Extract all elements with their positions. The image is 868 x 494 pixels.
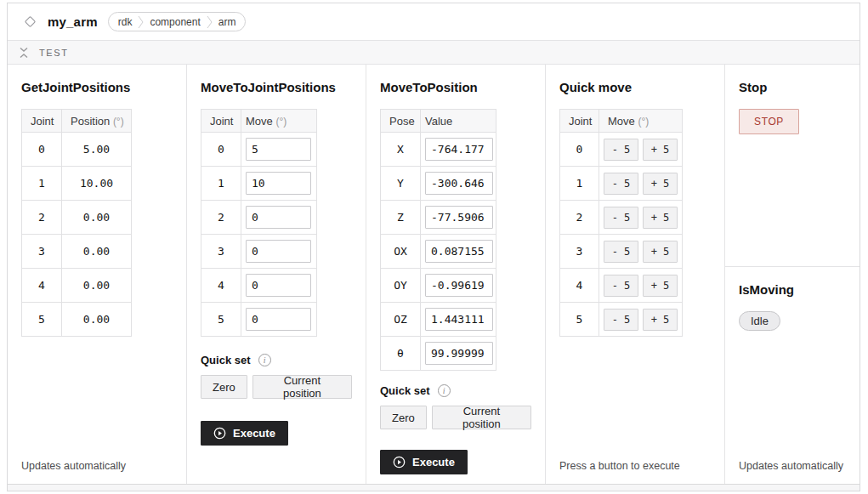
table-row: 3 — [201, 235, 317, 269]
table-row: 3- 5+ 5 — [560, 235, 683, 269]
info-icon[interactable]: i — [258, 354, 271, 366]
table-row: 20.00 — [22, 201, 132, 235]
joint-position-value: 0.00 — [62, 201, 132, 235]
chevron-right-icon — [138, 14, 144, 30]
joint-0-minus-5-button[interactable]: - 5 — [604, 139, 638, 161]
joint-index: 0 — [560, 133, 599, 167]
table-row: 40.00 — [22, 269, 132, 303]
joint-3-move-input[interactable] — [246, 240, 311, 263]
chevron-right-icon — [207, 14, 213, 30]
joint-index: 3 — [560, 235, 599, 269]
joint-index: 4 — [560, 269, 599, 303]
column-header-pose: Pose — [381, 110, 421, 133]
joint-5-move-input[interactable] — [246, 308, 311, 331]
joint-4-plus-5-button[interactable]: + 5 — [643, 275, 678, 297]
table-row: 0 — [201, 133, 317, 167]
joint-position-value: 10.00 — [62, 167, 132, 201]
pose-y-input[interactable] — [425, 172, 493, 195]
joint-1-move-input[interactable] — [246, 172, 311, 195]
joint-4-move-input[interactable] — [246, 274, 311, 297]
section-title: Stop — [739, 80, 846, 94]
info-icon[interactable]: i — [438, 384, 451, 397]
joint-index: 5 — [560, 303, 599, 337]
execute-button[interactable]: Execute — [380, 450, 468, 474]
move-to-joint-positions-section: MoveToJointPositions Joint Move (°) 0 1 … — [187, 65, 366, 484]
column-header-joint: Joint — [201, 110, 241, 133]
table-row: 4- 5+ 5 — [560, 269, 683, 303]
joint-position-value: 5.00 — [62, 133, 132, 167]
header-unit: (°) — [275, 116, 286, 128]
joint-1-plus-5-button[interactable]: + 5 — [643, 173, 678, 195]
joint-position-value: 0.00 — [62, 303, 132, 337]
joint-3-minus-5-button[interactable]: - 5 — [604, 241, 638, 263]
column-header-move: Move (°) — [241, 110, 317, 133]
pose-label: Z — [381, 201, 421, 235]
table-row: 2- 5+ 5 — [560, 201, 683, 235]
table-row: OX — [381, 235, 496, 269]
header-text: Move — [246, 115, 273, 128]
pose-label: OX — [381, 235, 421, 269]
joint-2-move-input[interactable] — [246, 206, 311, 229]
stop-button[interactable]: STOP — [739, 109, 799, 134]
current-position-button[interactable]: Current position — [252, 375, 352, 399]
status-badge: Idle — [739, 311, 780, 331]
pose-z-input[interactable] — [425, 206, 493, 229]
joint-index: 3 — [201, 235, 241, 269]
joint-index: 5 — [22, 303, 62, 337]
joint-index: 4 — [201, 269, 241, 303]
joint-5-minus-5-button[interactable]: - 5 — [604, 309, 638, 331]
pose-label: OY — [381, 269, 421, 303]
breadcrumb-component: component — [150, 16, 200, 28]
joint-1-minus-5-button[interactable]: - 5 — [604, 173, 638, 195]
pose-x-input[interactable] — [425, 138, 493, 161]
pose-theta-input[interactable] — [425, 342, 493, 365]
joint-position-value: 0.00 — [62, 235, 132, 269]
pose-table: Pose Value X Y Z OX OY OZ θ — [380, 109, 496, 371]
table-row: Y — [381, 167, 496, 201]
joint-2-plus-5-button[interactable]: + 5 — [643, 207, 678, 229]
current-position-button[interactable]: Current position — [432, 406, 531, 429]
breadcrumb: rdk component arm — [108, 12, 247, 31]
table-row: 5- 5+ 5 — [560, 303, 683, 337]
joint-0-move-input[interactable] — [246, 138, 311, 161]
table-row: 05.00 — [22, 133, 132, 167]
pose-oy-input[interactable] — [425, 274, 493, 297]
component-diamond-icon — [23, 14, 37, 29]
pose-ox-input[interactable] — [425, 240, 493, 263]
pose-label: θ — [381, 337, 421, 371]
column-header-joint: Joint — [22, 110, 62, 133]
collapse-icon[interactable] — [19, 46, 30, 59]
section-title: Quick move — [559, 80, 711, 94]
zero-button[interactable]: Zero — [380, 406, 427, 429]
joint-4-minus-5-button[interactable]: - 5 — [604, 275, 638, 297]
joint-index: 3 — [22, 235, 62, 269]
table-row: X — [381, 133, 496, 167]
breadcrumb-arm: arm — [218, 16, 236, 28]
execute-label: Execute — [233, 427, 275, 440]
table-row: 4 — [201, 269, 317, 303]
table-row: 0- 5+ 5 — [560, 133, 683, 167]
play-icon — [213, 427, 226, 440]
header-unit: (°) — [638, 116, 649, 128]
execute-button[interactable]: Execute — [201, 421, 288, 446]
joint-index: 1 — [201, 167, 241, 201]
table-row: 2 — [201, 201, 317, 235]
quick-set-label: Quick set — [380, 384, 430, 397]
joint-2-minus-5-button[interactable]: - 5 — [604, 207, 638, 229]
header-unit: (°) — [113, 116, 124, 128]
joint-index: 4 — [22, 269, 62, 303]
joint-index: 5 — [201, 303, 241, 337]
pose-label: OZ — [381, 303, 421, 337]
zero-button[interactable]: Zero — [201, 375, 247, 399]
pose-oz-input[interactable] — [425, 308, 493, 331]
joint-index: 1 — [560, 167, 599, 201]
joint-0-plus-5-button[interactable]: + 5 — [643, 139, 678, 161]
move-to-position-section: MoveToPosition Pose Value X Y Z OX OY OZ… — [366, 65, 546, 484]
joint-3-plus-5-button[interactable]: + 5 — [643, 241, 678, 263]
joint-index: 0 — [22, 133, 62, 167]
header-text: Move — [608, 115, 635, 128]
joint-index: 2 — [22, 201, 62, 235]
joint-5-plus-5-button[interactable]: + 5 — [643, 309, 678, 331]
stop-ismoving-column: Stop STOP IsMoving Idle Updates automati… — [725, 65, 859, 484]
breadcrumb-rdk: rdk — [118, 16, 133, 28]
